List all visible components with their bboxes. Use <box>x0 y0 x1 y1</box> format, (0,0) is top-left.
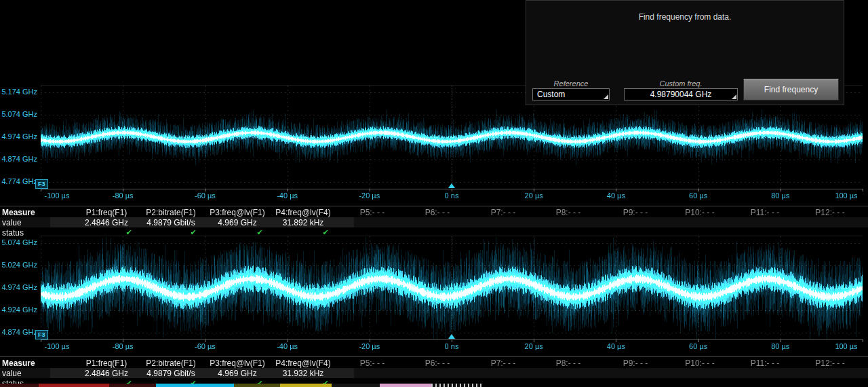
measure-param-header[interactable]: P6:- - - <box>425 358 450 368</box>
reference-select-value: Custom <box>537 90 565 99</box>
measure-param-header[interactable]: P4:freq@lv(F4) <box>275 208 331 217</box>
trigger-position-icon <box>448 183 455 188</box>
y-axis-tick-label: 4.924 GHz <box>0 306 37 314</box>
measure-value: 31.892 kHz <box>283 218 324 227</box>
x-axis-tick-label: 20 µs <box>525 342 543 350</box>
reference-select[interactable]: Custom <box>532 88 610 100</box>
descriptor-box-edge[interactable] <box>109 384 156 387</box>
x-axis-labels-bottom: -100 µs-80 µs-60 µs-40 µs-20 µs0 ns20 µs… <box>41 339 863 352</box>
y-axis-tick-label: 4.874 GHz <box>0 155 37 163</box>
channel-descriptor-strip <box>0 384 868 387</box>
x-axis-tick-label: -20 µs <box>359 191 380 200</box>
measure-param-header[interactable]: P1:freq(F1) <box>86 208 127 217</box>
descriptor-box-edge[interactable] <box>431 384 481 387</box>
find-frequency-button[interactable]: Find frequency <box>743 79 839 100</box>
x-axis-tick-label: 60 µs <box>689 342 707 350</box>
combo-arrow-icon <box>732 94 736 99</box>
measure-value: 4.9879 Gbit/s <box>146 218 195 227</box>
y-axis-tick-label: 5.074 GHz <box>0 110 37 118</box>
measure-param-header[interactable]: P5:- - - <box>360 208 385 217</box>
x-axis-tick-label: -100 µs <box>45 342 70 350</box>
measure-table-2: MeasureP1:freq(F1)P2:bitrate(F1)P3:freq@… <box>0 356 868 387</box>
x-axis-tick-label: 100 µs <box>835 342 857 350</box>
descriptor-box-edge[interactable] <box>332 384 380 387</box>
waveform-canvas-bottom <box>41 236 863 339</box>
measure-param-header[interactable]: P8:- - - <box>556 208 581 217</box>
measure-value: 2.4846 GHz <box>85 369 128 378</box>
custom-freq-input[interactable]: 4.98790044 GHz <box>624 88 738 100</box>
measure-param-header[interactable]: P12:- - - <box>815 358 844 368</box>
y-axis-tick-label: 4.974 GHz <box>0 283 37 291</box>
measure-value: 4.969 GHz <box>218 218 256 227</box>
descriptor-box-edge[interactable] <box>156 384 234 387</box>
x-axis-tick-label: -60 µs <box>195 342 216 350</box>
x-axis-tick-label: -40 µs <box>277 342 298 350</box>
dialog-title: Find frequency from data. <box>526 12 844 22</box>
trigger-position-icon <box>448 334 455 339</box>
measure-param-header[interactable]: P10:- - - <box>685 358 714 368</box>
x-axis-tick <box>863 339 863 342</box>
descriptor-box-edge[interactable] <box>280 384 332 387</box>
measure-param-header[interactable]: P10:- - - <box>685 208 714 217</box>
measure-param-header[interactable]: P9:- - - <box>623 208 648 217</box>
trace-badge-top[interactable]: F3 <box>35 179 48 189</box>
reference-label: Reference <box>532 79 610 88</box>
descriptor-box-edge[interactable] <box>234 384 280 387</box>
plot-area-bottom[interactable] <box>41 236 863 340</box>
y-axis-tick-label: 5.174 GHz <box>0 88 37 96</box>
y-axis-tick-label: 5.074 GHz <box>0 238 37 246</box>
x-axis-tick-label: 80 µs <box>771 342 789 350</box>
x-axis-tick-label: 40 µs <box>607 191 625 200</box>
y-axis-tick-label: 4.874 GHz <box>0 328 37 336</box>
x-axis-tick-label: 100 µs <box>835 191 857 200</box>
x-axis-tick <box>41 339 41 342</box>
descriptor-box-edge[interactable] <box>0 384 39 387</box>
trace-badge-bottom[interactable]: F3 <box>35 330 48 339</box>
x-axis-tick-label: -20 µs <box>359 342 380 350</box>
measure-param-header[interactable]: P7:- - - <box>491 208 516 217</box>
descriptor-box-edge[interactable] <box>481 384 868 387</box>
x-axis-tick <box>863 189 863 191</box>
x-axis-tick-label: -60 µs <box>195 191 216 200</box>
measure-param-header[interactable]: P9:- - - <box>623 358 648 368</box>
x-axis-tick <box>41 189 41 191</box>
measure-param-header[interactable]: P3:freq@lv(F1) <box>210 358 265 368</box>
descriptor-box-edge[interactable] <box>380 384 431 387</box>
waveform-chart-bottom: 5.074 GHz5.024 GHz4.974 GHz4.924 GHz4.87… <box>0 236 868 352</box>
row-label: value <box>2 369 22 378</box>
x-axis-tick-label: -100 µs <box>45 191 70 200</box>
x-axis-tick-label: 0 ns <box>445 191 459 200</box>
measure-param-header[interactable]: P12:- - - <box>815 208 844 217</box>
measure-value: 2.4846 GHz <box>85 218 128 227</box>
x-axis-tick-label: 80 µs <box>771 191 789 200</box>
custom-freq-value: 4.98790044 GHz <box>650 90 712 99</box>
find-frequency-dialog: Find frequency from data. Reference Cust… <box>526 0 844 105</box>
x-axis-tick-label: 0 ns <box>445 342 459 350</box>
measure-value: 31.932 kHz <box>283 369 324 378</box>
measure-param-header[interactable]: P3:freq@lv(F1) <box>210 208 265 217</box>
measure-param-header[interactable]: P2:bitrate(F1) <box>146 208 195 217</box>
measure-table-1: MeasureP1:freq(F1)P2:bitrate(F1)P3:freq@… <box>0 206 868 236</box>
measure-param-header[interactable]: P5:- - - <box>360 358 385 368</box>
x-axis-tick-label: 60 µs <box>689 191 707 200</box>
measure-param-header[interactable]: P7:- - - <box>491 358 516 368</box>
measure-param-header[interactable]: P2:bitrate(F1) <box>146 358 195 368</box>
x-axis-labels-top: -100 µs-80 µs-60 µs-40 µs-20 µs0 ns20 µs… <box>41 189 863 202</box>
row-label: Measure <box>2 208 35 217</box>
y-axis-tick-label: 4.774 GHz <box>0 177 37 185</box>
measure-param-header[interactable]: P1:freq(F1) <box>86 358 127 368</box>
x-axis-tick-label: -40 µs <box>277 191 298 200</box>
measure-param-header[interactable]: P11:- - - <box>751 208 779 217</box>
measure-param-header[interactable]: P6:- - - <box>425 208 450 217</box>
measure-param-header[interactable]: P4:freq@lv(F4) <box>275 358 331 368</box>
x-axis-tick-label: -80 µs <box>113 342 134 350</box>
descriptor-box-edge[interactable] <box>39 384 109 387</box>
custom-freq-label: Custom freq. <box>624 79 738 88</box>
oscilloscope-screen: 5.174 GHz5.074 GHz4.974 GHz4.874 GHz4.77… <box>0 0 868 387</box>
y-axis-tick-label: 4.974 GHz <box>0 132 37 141</box>
measure-param-header[interactable]: P11:- - - <box>751 358 779 368</box>
combo-arrow-icon <box>604 94 608 99</box>
row-label: value <box>2 218 22 227</box>
measure-param-header[interactable]: P8:- - - <box>556 358 581 368</box>
x-axis-tick-label: 20 µs <box>525 191 543 200</box>
